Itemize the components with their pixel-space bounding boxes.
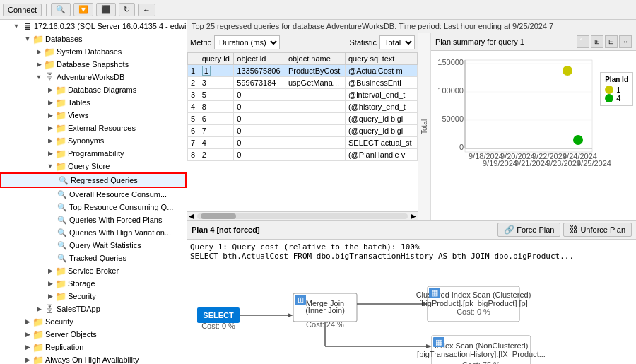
force-plan-button[interactable]: 🔗 Force Plan bbox=[497, 223, 560, 237]
query-icon: 🔍 bbox=[57, 201, 68, 213]
plan-chart: 150000 100000 50000 0 bbox=[431, 51, 636, 220]
refresh-button[interactable]: ↻ bbox=[119, 3, 135, 16]
toggle-icon[interactable]: ▶ bbox=[23, 329, 33, 339]
sidebar-item-adventureworksdb[interactable]: ▼ 🗄 AdventureWorksDB bbox=[0, 71, 187, 83]
cell-num: 1 bbox=[188, 65, 199, 77]
filter-button[interactable]: 🔍 bbox=[51, 3, 71, 16]
cell-query-id: 3 bbox=[199, 77, 234, 89]
data-point-plan1[interactable] bbox=[563, 66, 572, 76]
table-row[interactable]: 3 5 0 @interval_end_t bbox=[188, 89, 418, 101]
sidebar-item-db-diagrams[interactable]: ▶ 📁 Database Diagrams bbox=[0, 83, 187, 96]
cell-object-id: 0 bbox=[234, 89, 285, 101]
plan-btn-3[interactable]: ⊟ bbox=[605, 35, 618, 48]
plan-btn-2[interactable]: ⊞ bbox=[591, 35, 603, 48]
table-row[interactable]: 5 6 0 (@query_id bigi bbox=[188, 113, 418, 125]
cell-sql-text: @BusinessEnti bbox=[345, 77, 417, 89]
sidebar-item-queries-high-variation[interactable]: 🔍 Queries With High Variation... bbox=[0, 226, 187, 239]
sidebar-item-service-broker[interactable]: ▶ 📁 Service Broker bbox=[0, 264, 187, 277]
bottom-content[interactable]: Query 1: Query cost (relative to the bat… bbox=[187, 240, 636, 364]
toggle-icon[interactable]: ▼ bbox=[34, 72, 44, 82]
sidebar-item-tracked-queries[interactable]: 🔍 Tracked Queries bbox=[0, 252, 187, 264]
toggle-icon[interactable]: ▶ bbox=[34, 47, 44, 57]
server-root[interactable]: ▼ 🖥 172.16.0.23 (SQL Server 16.0.4135.4 … bbox=[0, 20, 187, 33]
sidebar-item-top-resource[interactable]: 🔍 Top Resource Consuming Q... bbox=[0, 201, 187, 213]
toggle-icon[interactable]: ▶ bbox=[45, 98, 55, 107]
toggle-icon[interactable]: ▶ bbox=[45, 266, 55, 276]
data-point-plan4[interactable] bbox=[573, 135, 583, 145]
svg-text:9/19/2024: 9/19/2024 bbox=[483, 159, 517, 168]
sidebar-item-synonyms[interactable]: ▶ 📁 Synonyms bbox=[0, 134, 187, 147]
plan-btn-1[interactable]: ⬜ bbox=[577, 35, 589, 48]
sidebar-item-databases[interactable]: ▼ 📁 Databases bbox=[0, 33, 187, 45]
total-vertical-label: Total bbox=[418, 33, 431, 220]
unforce-plan-button[interactable]: ⛓ Unforce Plan bbox=[563, 223, 632, 237]
sidebar-item-salestdapp[interactable]: ▶ 🗄 SalesTDApp bbox=[0, 303, 187, 315]
cell-sql-text: (@history_end_t bbox=[345, 101, 417, 113]
table-row[interactable]: 6 7 0 (@query_id bigi bbox=[188, 125, 418, 137]
col-object-name[interactable]: object name bbox=[285, 53, 345, 65]
toggle-icon[interactable]: ▼ bbox=[11, 21, 21, 31]
sidebar-item-views[interactable]: ▶ 📁 Views bbox=[0, 109, 187, 122]
query-table-container[interactable]: query id object id object name query sql… bbox=[187, 52, 418, 211]
cell-num: 4 bbox=[188, 101, 199, 113]
databases-label: Databases bbox=[44, 35, 187, 43]
toggle-icon[interactable]: ▶ bbox=[45, 291, 55, 301]
table-row[interactable]: 2 3 599673184 uspGetMana... @BusinessEnt… bbox=[188, 77, 418, 89]
sidebar-item-db-snapshots[interactable]: ▶ 📁 Database Snapshots bbox=[0, 58, 187, 71]
sidebar-item-query-wait-stats[interactable]: 🔍 Query Wait Statistics bbox=[0, 239, 187, 252]
toggle-icon[interactable]: ▶ bbox=[45, 136, 55, 146]
toggle-icon[interactable]: ▶ bbox=[45, 123, 55, 133]
table-row[interactable]: 7 4 0 SELECT actual_st bbox=[188, 137, 418, 149]
metric-dropdown[interactable]: Duration (ms) bbox=[214, 35, 280, 49]
folder-icon: 📁 bbox=[55, 97, 66, 108]
sidebar-item-programmability[interactable]: ▶ 📁 Programmability bbox=[0, 147, 187, 160]
sidebar-item-server-objects[interactable]: ▶ 📁 Server Objects bbox=[0, 328, 187, 341]
sidebar-item-security-db[interactable]: ▶ 📁 Security bbox=[0, 290, 187, 303]
connect-button[interactable]: Connect bbox=[3, 4, 42, 16]
query-store-label: Query Store bbox=[66, 162, 187, 170]
toggle-icon[interactable]: ▶ bbox=[45, 148, 55, 158]
toggle-icon[interactable]: ▶ bbox=[23, 355, 33, 364]
toggle-icon[interactable]: ▶ bbox=[34, 59, 44, 69]
toggle-icon[interactable]: ▶ bbox=[23, 342, 33, 352]
sidebar-item-system-databases[interactable]: ▶ 📁 System Databases bbox=[0, 45, 187, 58]
sidebar-item-external-resources[interactable]: ▶ 📁 External Resources bbox=[0, 122, 187, 134]
plan-summary-area: Plan summary for query 1 ⬜ ⊞ ⊟ ↔ 150000 … bbox=[431, 33, 636, 220]
statistic-dropdown[interactable]: Total bbox=[379, 35, 415, 49]
toggle-icon[interactable]: ▼ bbox=[23, 34, 33, 44]
col-sql-text[interactable]: query sql text bbox=[345, 53, 417, 65]
stop-button[interactable]: ⬛ bbox=[96, 3, 116, 16]
toggle-icon[interactable]: ▶ bbox=[45, 278, 55, 288]
sidebar-item-security[interactable]: ▶ 📁 Security bbox=[0, 315, 187, 328]
toggle-icon[interactable]: ▼ bbox=[45, 161, 55, 171]
cell-num: 8 bbox=[188, 149, 199, 161]
queries-high-variation-label: Queries With High Variation... bbox=[68, 228, 187, 237]
sidebar-item-always-on[interactable]: ▶ 📁 Always On High Availability bbox=[0, 353, 187, 364]
table-scrollbar-h[interactable]: ◀ ▶ bbox=[187, 211, 418, 220]
toggle-icon[interactable]: ▶ bbox=[23, 317, 33, 327]
table-row[interactable]: 1 1 1335675806 ProductByCost @ActualCost… bbox=[188, 65, 418, 77]
col-query-id[interactable]: query id bbox=[199, 53, 234, 65]
sidebar-item-tables[interactable]: ▶ 📁 Tables bbox=[0, 96, 187, 109]
sidebar-item-queries-forced-plans[interactable]: 🔍 Queries With Forced Plans bbox=[0, 213, 187, 226]
cell-object-id: 0 bbox=[234, 149, 285, 161]
filter2-button[interactable]: 🔽 bbox=[73, 3, 93, 16]
folder-icon: 📁 bbox=[55, 290, 66, 302]
table-row[interactable]: 4 8 0 (@history_end_t bbox=[188, 101, 418, 113]
sidebar-item-regressed-queries[interactable]: 🔍 Regressed Queries bbox=[0, 172, 187, 188]
system-databases-label: System Databases bbox=[55, 47, 187, 56]
col-object-id[interactable]: object id bbox=[234, 53, 285, 65]
sidebar-item-query-store[interactable]: ▼ 📁 Query Store bbox=[0, 160, 187, 172]
toggle-icon[interactable]: ▶ bbox=[45, 110, 55, 120]
toggle-icon[interactable]: ▶ bbox=[34, 304, 44, 314]
plan-btn-4[interactable]: ↔ bbox=[619, 35, 632, 48]
sidebar-item-overall-resource[interactable]: 🔍 Overall Resource Consum... bbox=[0, 188, 187, 201]
sidebar-item-replication[interactable]: ▶ 📁 Replication bbox=[0, 341, 187, 353]
back-button[interactable]: ← bbox=[138, 4, 155, 16]
table-row[interactable]: 8 2 0 (@PlanHandle v bbox=[188, 149, 418, 161]
sidebar-item-storage[interactable]: ▶ 📁 Storage bbox=[0, 277, 187, 290]
cell-object-name: uspGetMana... bbox=[285, 77, 345, 89]
toggle-icon[interactable]: ▶ bbox=[45, 85, 55, 95]
svg-text:[bigTransactionHistory].[IX_Pr: [bigTransactionHistory].[IX_Product... bbox=[417, 350, 546, 358]
cell-query-id: 2 bbox=[199, 149, 234, 161]
